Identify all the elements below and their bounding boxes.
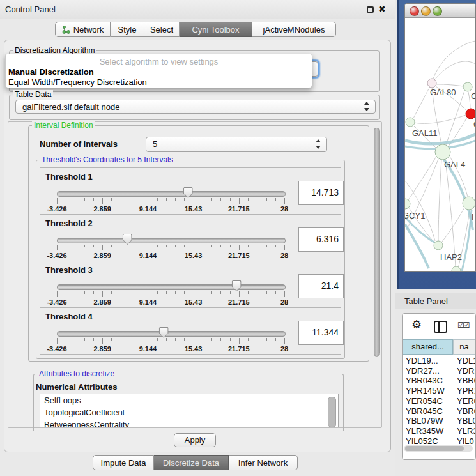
tab-jactivemnodules[interactable]: jActiveMNodules <box>252 22 336 37</box>
network-edge[interactable] <box>415 115 466 123</box>
threshold-slider[interactable]: -3.4262.8599.14415.4321.71528 <box>57 280 284 307</box>
slider-track[interactable] <box>57 284 286 290</box>
float-window-icon[interactable] <box>367 6 374 13</box>
cell-shared-name[interactable]: YLR345W <box>403 426 454 436</box>
close-traffic-light[interactable] <box>410 6 419 16</box>
threshold-value-field[interactable]: 11.344 <box>298 321 344 345</box>
cell-name[interactable]: YBR0 <box>454 406 475 417</box>
slider-thumb[interactable] <box>232 280 242 291</box>
cell-shared-name[interactable]: YBR045C <box>403 406 454 417</box>
network-node[interactable] <box>452 266 461 271</box>
table-row[interactable]: YDR27...YDR2 <box>403 366 475 376</box>
attribute-list-item[interactable]: SelfLoops <box>40 394 338 406</box>
network-canvas[interactable]: GAL80GCGAL11GAL4GCY1HHAP2 <box>405 18 475 271</box>
tab-infer-network[interactable]: Infer Network <box>229 455 298 470</box>
threshold-slider[interactable]: -3.4262.8599.14415.4321.71528 <box>57 187 284 214</box>
cell-shared-name[interactable]: YBL079W <box>403 416 454 426</box>
network-node[interactable] <box>463 82 472 91</box>
cell-name[interactable]: YDL1 <box>454 356 475 366</box>
gear-icon[interactable]: ⚙ <box>411 319 422 330</box>
network-edge[interactable] <box>433 41 475 79</box>
network-edge[interactable] <box>462 210 472 271</box>
tab-impute-data[interactable]: Impute Data <box>93 455 154 470</box>
table-row[interactable]: YBR043CYBR0 <box>403 376 475 386</box>
split-columns-icon[interactable] <box>434 321 447 333</box>
slider-tick <box>211 198 212 201</box>
network-edge[interactable] <box>468 92 470 109</box>
threshold-value-field[interactable]: 21.4 <box>298 274 344 298</box>
table-row[interactable]: YLR345WYLR3 <box>403 426 475 436</box>
network-node[interactable] <box>406 118 415 127</box>
algorithm-option[interactable]: Equal Width/Frequency Discretization <box>8 77 147 87</box>
network-edge[interactable] <box>434 61 475 80</box>
network-node[interactable] <box>466 109 475 119</box>
cell-name[interactable]: YDR2 <box>454 366 475 376</box>
cell-shared-name[interactable]: YER054C <box>403 396 454 406</box>
cell-name[interactable]: YBL0 <box>454 416 475 426</box>
slider-tick <box>130 291 130 294</box>
number-of-intervals-combobox[interactable]: 5 <box>146 137 327 152</box>
network-edge[interactable] <box>438 160 441 241</box>
cell-name[interactable]: YLR3 <box>454 426 475 436</box>
slider-thumb[interactable] <box>159 327 169 338</box>
network-window-titlebar[interactable] <box>405 4 475 18</box>
network-node[interactable] <box>463 197 475 210</box>
attribute-list-item[interactable]: BetweennessCentrality <box>40 418 338 427</box>
network-edge[interactable] <box>408 157 436 200</box>
tab-select[interactable]: Select <box>144 22 180 37</box>
cell-shared-name[interactable]: YDL19... <box>403 356 454 366</box>
slider-track[interactable] <box>57 191 286 197</box>
list-scrollbar-thumb[interactable] <box>328 397 336 427</box>
network-node[interactable] <box>427 79 436 88</box>
numerical-attributes-list[interactable]: SelfLoopsTopologicalCoefficientBetweenne… <box>40 394 339 427</box>
cell-shared-name[interactable]: YDR27... <box>403 366 454 376</box>
tab-network[interactable]: Network <box>55 22 111 37</box>
cell-name[interactable]: YPR1 <box>454 386 475 396</box>
slider-thumb[interactable] <box>123 234 132 245</box>
zoom-traffic-light[interactable] <box>433 6 442 16</box>
column-header-name[interactable]: na <box>453 339 475 355</box>
table-row[interactable]: YBL079WYBL0 <box>403 416 475 426</box>
checkboxes-icon[interactable]: ☑☑ <box>457 321 469 330</box>
network-edge[interactable] <box>413 87 430 118</box>
slider-tick <box>57 338 58 344</box>
slider-thumb[interactable] <box>183 187 193 198</box>
network-node[interactable] <box>405 199 410 209</box>
vertical-scrollbar-thumb[interactable] <box>374 128 380 357</box>
cell-shared-name[interactable]: YBR043C <box>403 376 454 386</box>
slider-tick <box>257 291 257 294</box>
combo-stepper-icon[interactable] <box>316 137 322 151</box>
column-header-shared-name[interactable]: shared... <box>403 339 453 355</box>
cell-shared-name[interactable]: YPR145W <box>403 386 454 396</box>
slider-track[interactable] <box>57 331 286 337</box>
minimize-traffic-light[interactable] <box>421 6 431 16</box>
table-row[interactable]: YPR145WYPR1 <box>403 386 475 396</box>
network-edge[interactable] <box>436 84 463 86</box>
network-node[interactable] <box>434 241 443 250</box>
table-data-combobox[interactable]: galFiltered.sif default node <box>15 100 376 114</box>
table-row[interactable]: YBR045CYBR0 <box>403 406 475 417</box>
slider-tick <box>203 198 203 201</box>
horizontal-scrollbar[interactable] <box>404 445 473 452</box>
tab-style[interactable]: Style <box>111 22 144 37</box>
network-edge[interactable] <box>405 224 429 268</box>
apply-button[interactable]: Apply <box>174 433 216 447</box>
threshold-value-field[interactable]: 14.713 <box>298 181 344 205</box>
slider-tick <box>111 291 112 294</box>
combo-stepper-icon[interactable] <box>364 100 371 113</box>
table-row[interactable]: YDL19...YDL1 <box>403 356 475 366</box>
threshold-slider[interactable]: -3.4262.8599.14415.4321.71528 <box>57 234 284 261</box>
network-node[interactable] <box>435 144 450 160</box>
threshold-value-field[interactable]: 6.316 <box>298 227 344 252</box>
close-icon[interactable]: ✖ <box>378 4 386 14</box>
attribute-list-item[interactable]: TopologicalCoefficient <box>40 406 338 418</box>
slider-tick <box>184 198 185 201</box>
table-row[interactable]: YER054CYER0 <box>403 396 475 406</box>
tab-cyni-toolbox[interactable]: Cyni Toolbox <box>180 22 252 37</box>
cell-name[interactable]: YER0 <box>454 396 475 406</box>
tab-discretize-data[interactable]: Discretize Data <box>154 455 229 470</box>
algorithm-option[interactable]: Manual Discretization <box>8 67 94 77</box>
slider-track[interactable] <box>57 238 286 243</box>
threshold-slider[interactable]: -3.4262.8599.14415.4321.71528 <box>57 327 284 354</box>
cell-name[interactable]: YBR0 <box>454 376 475 386</box>
